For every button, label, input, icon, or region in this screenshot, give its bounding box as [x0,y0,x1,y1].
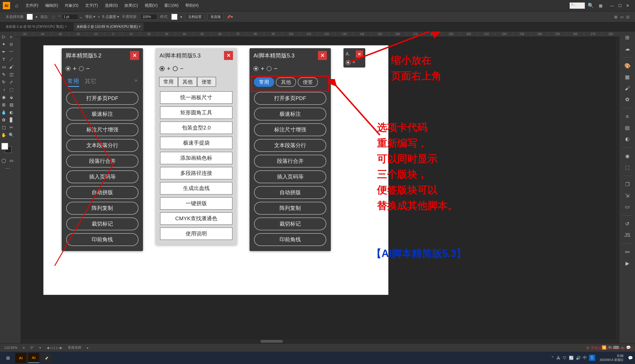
tab-other[interactable]: 其他 [178,77,197,87]
pen-tool[interactable]: ✒ [0,48,8,55]
scrollbar-horizontal[interactable] [21,339,620,343]
fill-swatch[interactable] [27,14,33,20]
play-icon[interactable]: ▶ [624,259,631,267]
brush-dropdown[interactable]: 5 点圆形 ▾ [102,14,119,19]
graph-tool[interactable]: ▊ [8,116,15,124]
btn-help[interactable]: 使用说明 [160,228,232,240]
artboard-tool[interactable]: ▢ [0,124,8,131]
prefs-button[interactable]: 首选项 [207,13,224,20]
maximize-icon[interactable]: ☐ [618,3,622,8]
tray-ime2-icon[interactable]: 五 [589,355,595,361]
radio-on[interactable] [346,60,351,65]
tray-vol-icon[interactable]: 🔊 [576,356,581,360]
arrange-docs-icon[interactable]: ▦ [597,2,604,9]
lasso-tool[interactable]: ⊙ [8,40,15,48]
btn-dimension[interactable]: 标注尺寸增强 [66,123,138,136]
stroke-weight-input[interactable] [62,14,78,20]
radio-on[interactable] [66,66,71,71]
color-icon[interactable]: 🎨 [624,62,631,70]
tab-notes[interactable]: 便签 [197,77,216,87]
tab-common[interactable]: 常用 [67,77,79,87]
magic-wand-tool[interactable]: ✦ [0,40,8,48]
brushes-icon[interactable]: 🖌 [624,84,631,92]
top-search-field[interactable]: A... [570,3,585,9]
tray-ime[interactable]: 中 [583,355,587,360]
expand-icon[interactable]: » [135,77,137,87]
draw-mode-icon[interactable]: ◯ [0,157,8,164]
tray-shield-icon[interactable]: 🛡 [563,356,567,360]
color-swatches[interactable] [0,142,15,154]
history-icon[interactable]: ↺ [624,220,631,228]
zoom-level[interactable]: 110.65% [4,346,17,350]
doc-tab-1[interactable]: 未标题-2.ai @ 50 % (CMYK/CPU 预览) × [3,23,70,31]
swatches-icon[interactable]: ▦ [624,73,631,81]
search-icon[interactable]: 🔍 [588,3,594,9]
scale-tool[interactable]: ⤢ [8,78,15,86]
menu-help[interactable]: 帮助(H) [183,2,201,9]
rotation[interactable]: 0° [30,346,33,350]
btn-pagenum[interactable]: 插入页码等 [66,170,138,183]
stroke-icon[interactable]: ≡ [624,113,631,120]
menu-effect[interactable]: 效果(C) [122,2,140,9]
free-transform-tool[interactable]: ⬚ [8,86,15,93]
pin-icon[interactable]: 📌▾ [227,15,233,19]
libraries-icon[interactable]: ☁ [624,45,631,53]
btn-impose[interactable]: 自动拼版 [254,186,326,199]
btn-dimension[interactable]: 标注尺寸增强 [254,123,326,136]
artboard-nav[interactable]: ◀ ◁ 1 ▷ ▶ [47,346,62,350]
eraser-tool[interactable]: ◫ [8,71,15,78]
selection-tool[interactable]: ▷ [0,33,8,40]
tab-close-icon[interactable]: × [65,25,67,29]
home-icon[interactable]: ⌂ [12,3,21,9]
tray-up-icon[interactable]: ⌃ [551,356,554,360]
close-icon[interactable]: ✕ [626,3,629,8]
cb-icon-3[interactable]: ⊡ [626,15,629,19]
taskbar-clock[interactable]: 9:06 2023/8/13 星期日 [597,354,626,362]
shaper-tool[interactable]: ✎ [0,71,8,78]
zoom-tool[interactable]: 🔍 [8,131,15,139]
hand-tool[interactable]: ✋ [0,131,8,139]
btn-pagenum[interactable]: 插入页码等 [254,170,326,183]
menu-type[interactable]: 文字(T) [83,2,100,9]
btn-corner[interactable]: 印前角线 [66,233,138,246]
btn-pantone[interactable]: CMYK查找潘通色 [160,212,232,225]
btn-box[interactable]: 包装盒型2.0 [160,122,232,134]
uniform-dropdown[interactable]: 等比 ▾ [85,14,96,19]
btn-swatch[interactable]: 添加画稿色标 [160,152,232,164]
curvature-tool[interactable]: 〰 [8,48,15,55]
btn-unify-artboard[interactable]: 统一画板尺寸 [160,91,232,104]
radio-off[interactable] [267,66,272,71]
layers-icon[interactable]: ❐ [624,180,631,188]
btn-impose[interactable]: 自动拼版 [66,186,138,199]
line-tool[interactable]: ／ [8,55,15,63]
radio-off[interactable] [173,66,178,71]
btn-text-split[interactable]: 文本段落分行 [254,139,326,152]
opacity-input[interactable] [140,14,157,20]
perspective-tool[interactable]: ⬙ [8,93,15,101]
taskbar-app-3[interactable]: ⬋ [41,353,52,363]
transparency-icon[interactable]: ◐ [624,135,631,143]
menu-view[interactable]: 视图(V) [142,2,160,9]
edit-toolbar-icon[interactable]: ⋯ [0,164,15,172]
properties-icon[interactable]: ⊞ [624,34,631,41]
tab-common[interactable]: 常用 [159,77,178,87]
artboards-icon[interactable]: ▭ [624,203,631,211]
symbols-icon[interactable]: ✿ [624,96,631,103]
btn-bleed[interactable]: 生成出血线 [160,182,232,194]
shape-builder-tool[interactable]: ◉ [0,93,8,101]
btn-crop[interactable]: 裁切标记 [66,217,138,230]
style-swatch[interactable] [171,14,177,20]
menu-edit[interactable]: 编辑(E) [43,2,61,9]
brush-tool[interactable]: 🖌 [8,63,15,71]
width-tool[interactable]: ⫞ [0,86,8,93]
rotate-tool[interactable]: ↻ [0,78,8,86]
appearance-icon[interactable]: ◉ [624,152,631,160]
taskbar-ai-1[interactable]: Ai [15,353,26,363]
screen-mode-icon[interactable]: ▭ [8,157,15,164]
btn-annotate[interactable]: 极速标注 [66,108,138,120]
canvas[interactable]: 脚本精简版5.2 ✕ + − 常用 其它 » 打开多页PDF 极速标注 [21,37,620,343]
notification-icon[interactable]: 💬 [628,356,633,360]
rect-tool[interactable]: ▭ [0,63,8,71]
menu-window[interactable]: 窗口(W) [162,2,181,9]
foreground-swatch[interactable] [1,143,8,150]
